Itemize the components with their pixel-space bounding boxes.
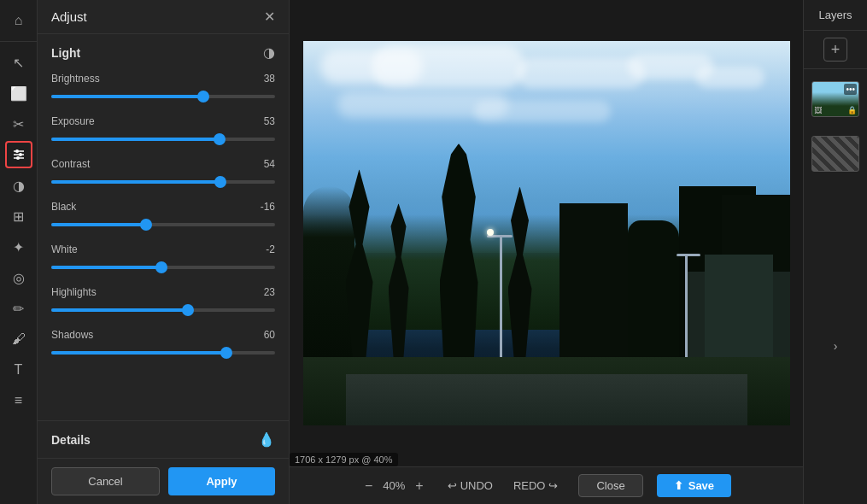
layer-thumbnail-2[interactable]: [811, 136, 859, 172]
white-slider[interactable]: [51, 261, 275, 274]
lines-icon[interactable]: ≡: [5, 387, 32, 414]
svg-point-4: [19, 153, 22, 156]
layers-title: Layers: [804, 0, 867, 31]
scissors-icon[interactable]: ✂: [5, 110, 32, 138]
crop-icon[interactable]: ⬜: [5, 79, 32, 107]
redo-label: REDO: [513, 479, 546, 492]
pen-icon[interactable]: ✏: [5, 295, 32, 322]
brightness-slider[interactable]: [51, 90, 275, 103]
apply-button[interactable]: Apply: [168, 467, 275, 495]
brightness-slider-row: Brightness 38: [51, 73, 275, 103]
light-section-header: Light ◑: [51, 44, 275, 61]
close-button[interactable]: Close: [578, 474, 642, 497]
undo-label: UNDO: [460, 479, 493, 492]
light-section-title: Light: [51, 46, 80, 60]
home-icon[interactable]: ⌂: [5, 7, 32, 34]
zoom-controls: − 40% +: [361, 477, 427, 495]
close-icon[interactable]: ✕: [264, 9, 275, 25]
layer-menu-icon[interactable]: •••: [844, 84, 857, 95]
grid-icon[interactable]: ⊞: [5, 202, 32, 230]
exposure-label: Exposure: [51, 115, 95, 127]
white-slider-row: White -2: [51, 243, 275, 274]
light-icon: ◑: [263, 44, 275, 61]
contrast-slider[interactable]: [51, 175, 275, 189]
layer-lock-icon: 🔒: [847, 106, 857, 114]
layer-image-icon: 🖼: [814, 106, 822, 114]
brightness-label: Brightness: [51, 73, 100, 85]
panel-content: Light ◑ Brightness 38 Exposure 53: [38, 34, 289, 420]
save-button[interactable]: ⬆ Save: [657, 474, 731, 497]
panel-title: Adjust: [51, 9, 87, 24]
details-section: Details 💧: [38, 420, 289, 458]
undo-redo-controls: ↩ UNDO REDO ↪: [441, 476, 565, 495]
details-icon: 💧: [258, 431, 275, 448]
layer-thumbnail-1[interactable]: ••• 🖼 🔒: [811, 81, 859, 117]
circle-half-icon[interactable]: ◑: [5, 172, 32, 199]
adjust-icon[interactable]: [5, 141, 32, 168]
redo-button[interactable]: REDO ↪: [507, 476, 565, 495]
shadows-slider[interactable]: [51, 346, 275, 360]
white-value: -2: [266, 243, 275, 255]
details-header: Details 💧: [51, 431, 275, 448]
star-icon[interactable]: ✦: [5, 233, 32, 261]
cursor-icon[interactable]: ↖: [5, 49, 32, 76]
contrast-label: Contrast: [51, 158, 90, 170]
add-layer-button[interactable]: +: [823, 38, 847, 62]
layers-add-area: +: [804, 31, 867, 69]
shadows-value: 60: [264, 329, 275, 341]
black-slider-row: Black -16: [51, 201, 275, 231]
highlights-value: 23: [264, 286, 275, 298]
text-icon[interactable]: T: [5, 356, 32, 384]
cancel-button[interactable]: Cancel: [51, 467, 160, 495]
svg-point-3: [15, 149, 19, 153]
save-label: Save: [688, 479, 714, 492]
contrast-slider-row: Contrast 54: [51, 158, 275, 189]
brightness-value: 38: [264, 73, 275, 85]
main-area: 1706 x 1279 px @ 40% − 40% + ↩ UNDO REDO…: [290, 0, 803, 504]
black-slider[interactable]: [51, 218, 275, 231]
contrast-value: 54: [264, 158, 275, 170]
svg-point-5: [16, 156, 20, 160]
undo-arrow-icon: ↩: [448, 479, 457, 492]
canvas-area: 1706 x 1279 px @ 40%: [290, 0, 803, 466]
left-toolbar: ⌂ ↖ ⬜ ✂ ◑ ⊞ ✦ ◎ ✏ 🖌 T ≡: [0, 0, 38, 504]
canvas-image: [303, 41, 790, 425]
shadows-label: Shadows: [51, 329, 93, 341]
highlights-slider-row: Highlights 23: [51, 286, 275, 317]
zoom-level: 40%: [383, 479, 405, 492]
shadows-slider-row: Shadows 60: [51, 329, 275, 360]
zoom-out-button[interactable]: −: [361, 477, 376, 495]
collapse-panel-button[interactable]: ›: [834, 339, 838, 353]
highlights-label: Highlights: [51, 286, 97, 298]
black-label: Black: [51, 201, 76, 213]
highlights-slider[interactable]: [51, 303, 275, 317]
undo-button[interactable]: ↩ UNDO: [441, 476, 500, 495]
adjust-panel: Adjust ✕ Light ◑ Brightness 38 Exposure …: [38, 0, 290, 504]
panel-header: Adjust ✕: [38, 0, 289, 34]
details-title: Details: [51, 433, 91, 447]
panel-footer: Cancel Apply: [38, 458, 289, 504]
zoom-in-button[interactable]: +: [412, 477, 426, 495]
brush-icon[interactable]: 🖌: [5, 325, 32, 353]
white-label: White: [51, 243, 78, 255]
exposure-slider-row: Exposure 53: [51, 115, 275, 146]
black-value: -16: [261, 201, 275, 213]
exposure-slider[interactable]: [51, 132, 275, 146]
save-upload-icon: ⬆: [674, 479, 683, 492]
right-panel: Layers + ••• 🖼 🔒 ›: [803, 0, 867, 504]
bottom-bar: − 40% + ↩ UNDO REDO ↪ Close ⬆ Save: [290, 466, 803, 504]
settings-icon[interactable]: ◎: [5, 264, 32, 291]
redo-arrow-icon: ↪: [548, 479, 558, 492]
exposure-value: 53: [264, 115, 275, 127]
image-info: 1706 x 1279 px @ 40%: [290, 453, 398, 466]
